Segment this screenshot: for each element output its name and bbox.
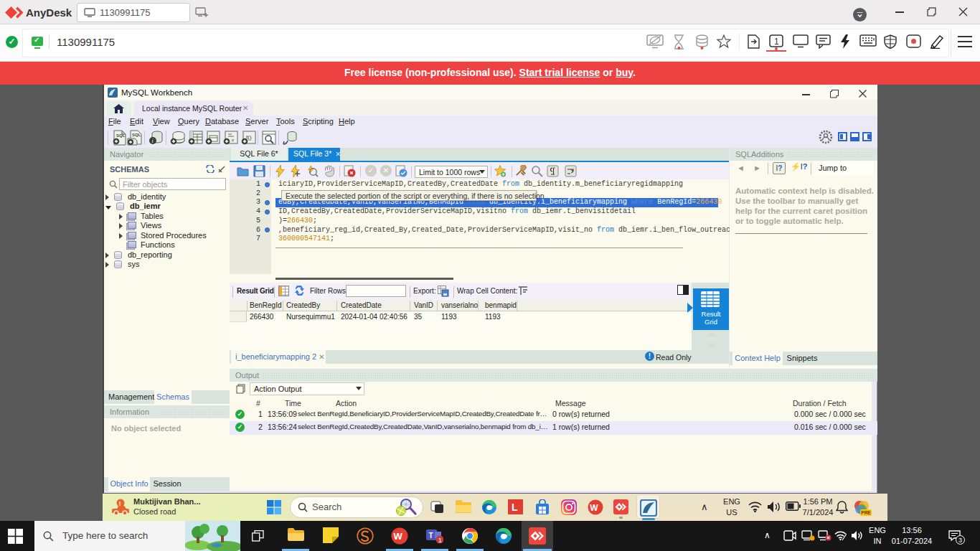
svg-text:SQL: SQL bbox=[116, 133, 126, 138]
svg-text:i: i bbox=[152, 138, 154, 144]
svg-text:W: W bbox=[393, 531, 402, 542]
svg-text:SQL: SQL bbox=[132, 133, 141, 137]
svg-text:W: W bbox=[590, 503, 598, 513]
svg-text:1: 1 bbox=[774, 37, 779, 47]
svg-text:L: L bbox=[512, 501, 518, 513]
svg-text:1: 1 bbox=[438, 537, 442, 544]
svg-text:T: T bbox=[429, 532, 433, 540]
